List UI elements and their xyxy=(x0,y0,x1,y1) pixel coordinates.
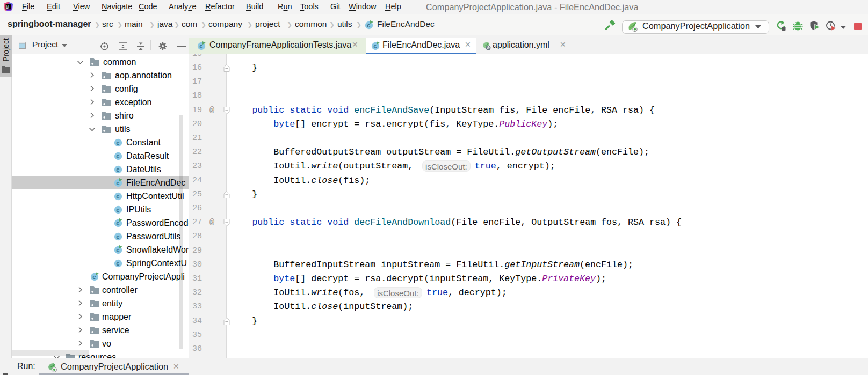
svg-text:c: c xyxy=(116,152,119,159)
svg-text:c: c xyxy=(116,193,119,199)
svg-text:c: c xyxy=(116,166,119,172)
svg-text:c: c xyxy=(116,260,119,266)
svg-text:c: c xyxy=(116,179,119,186)
svg-text:c: c xyxy=(116,233,119,239)
svg-text:c: c xyxy=(367,22,370,28)
svg-text:c: c xyxy=(116,139,119,145)
svg-text:c: c xyxy=(116,206,119,212)
svg-text:c: c xyxy=(116,219,119,226)
svg-text:c: c xyxy=(92,273,96,280)
svg-text:IJ: IJ xyxy=(6,4,9,8)
svg-text:c: c xyxy=(199,43,202,49)
svg-text:c: c xyxy=(373,43,377,49)
svg-text:c: c xyxy=(116,246,119,253)
